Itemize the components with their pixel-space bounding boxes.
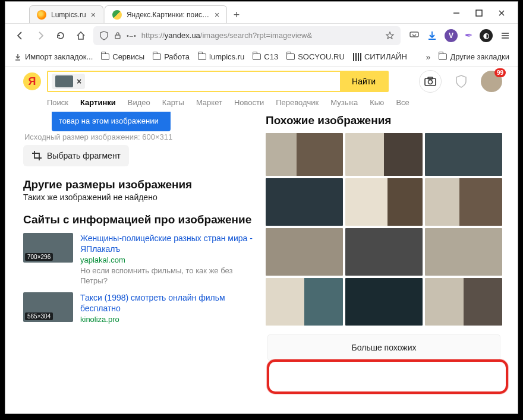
- nav-search[interactable]: Поиск: [47, 98, 68, 107]
- nav-translate[interactable]: Переводчик: [276, 98, 319, 107]
- market-banner[interactable]: товар на этом изображении: [52, 112, 171, 131]
- remove-chip-icon[interactable]: ×: [77, 77, 81, 86]
- extension-v-icon[interactable]: V: [445, 29, 458, 42]
- result-domain: kinoliza.pro: [80, 315, 255, 324]
- similar-image[interactable]: [266, 228, 343, 276]
- extension-dark-icon[interactable]: ◐: [480, 29, 493, 42]
- pocket-icon[interactable]: [409, 30, 420, 41]
- more-row: Больше похожих: [266, 333, 502, 362]
- yandex-nav: Поиск Картинки Видео Карты Маркет Новост…: [5, 96, 518, 112]
- bookmark-folder[interactable]: Сервисы: [101, 52, 144, 61]
- minimize-button[interactable]: [451, 8, 462, 18]
- protect-shield-icon[interactable]: [455, 74, 468, 89]
- crop-button[interactable]: Выбрать фрагмент: [23, 145, 129, 166]
- similar-image[interactable]: [266, 178, 343, 226]
- yandex-search-bar[interactable]: × Найти: [47, 71, 389, 92]
- nav-q[interactable]: Кью: [370, 98, 384, 107]
- results-columns: товар на этом изображении Исходный разме…: [5, 112, 518, 399]
- nav-maps[interactable]: Карты: [162, 98, 184, 107]
- home-button[interactable]: [73, 28, 89, 43]
- download-icon[interactable]: [427, 30, 437, 41]
- similar-image[interactable]: [266, 133, 343, 176]
- yandex-logo[interactable]: Я: [23, 72, 41, 90]
- nav-music[interactable]: Музыка: [330, 98, 358, 107]
- similar-heading: Похожие изображения: [266, 112, 502, 133]
- search-image-thumb: [55, 75, 73, 87]
- similar-image[interactable]: [345, 278, 423, 326]
- nav-video[interactable]: Видео: [128, 98, 150, 107]
- nav-images[interactable]: Картинки: [80, 98, 116, 107]
- result-title[interactable]: Такси (1998) смотреть онлайн фильм беспл…: [80, 292, 255, 314]
- star-icon[interactable]: [385, 31, 395, 40]
- result-desc: Но если вспомнить фильмы, то как же без …: [80, 266, 255, 286]
- tab-yandex-images[interactable]: Яндекс.Картинки: поиск по из ×: [105, 5, 227, 23]
- bookmark-item[interactable]: СИТИЛАЙН: [353, 52, 407, 61]
- result-thumb[interactable]: 700×296: [23, 233, 73, 263]
- tab-title: Lumpics.ru: [51, 11, 86, 19]
- dim-badge: 565×304: [25, 312, 53, 320]
- bookmark-folder[interactable]: lumpics.ru: [198, 52, 244, 61]
- extension-feather-icon[interactable]: ✒: [465, 30, 472, 41]
- bookmark-folder[interactable]: Работа: [153, 52, 190, 61]
- similar-image[interactable]: [425, 228, 502, 276]
- import-bookmarks[interactable]: Импорт закладок...: [14, 52, 93, 61]
- toolbar-right: V ✒ ◐: [405, 29, 511, 42]
- nav-market[interactable]: Маркет: [196, 98, 222, 107]
- result-domain: yaplakal.com: [80, 255, 255, 264]
- folder-icon: [439, 53, 447, 60]
- svg-point-10: [429, 80, 433, 84]
- tab-close-icon[interactable]: ×: [91, 10, 96, 20]
- similar-image[interactable]: [345, 178, 423, 226]
- bookmark-folder[interactable]: C13: [253, 52, 278, 61]
- hamburger-menu-icon[interactable]: [500, 30, 511, 41]
- maximize-button[interactable]: [474, 8, 484, 18]
- folder-icon: [253, 53, 261, 60]
- search-button[interactable]: Найти: [340, 72, 387, 91]
- nav-all[interactable]: Все: [396, 98, 409, 107]
- folder-icon: [286, 53, 295, 60]
- close-button[interactable]: [496, 8, 507, 18]
- yandex-header: Я × Найти 99: [5, 67, 518, 96]
- tab-lumpics[interactable]: Lumpics.ru ×: [29, 5, 103, 23]
- right-column: Похожие изображения: [266, 112, 502, 399]
- other-sizes-notfound: Таких же изображений не найдено: [23, 192, 255, 202]
- svg-rect-4: [115, 35, 120, 39]
- similar-image[interactable]: [345, 133, 423, 176]
- overflow-chevron-icon[interactable]: »: [426, 52, 431, 62]
- camera-icon: [424, 77, 436, 86]
- favicon-yandex: [112, 10, 122, 20]
- more-similar-button[interactable]: Больше похожих: [267, 334, 500, 361]
- new-tab-button[interactable]: +: [228, 7, 245, 23]
- back-button[interactable]: [12, 28, 28, 43]
- permissions-icon[interactable]: •–•: [127, 32, 137, 39]
- url-bar[interactable]: •–• https://yandex.ua/images/search?rpt=…: [93, 26, 401, 45]
- similar-image[interactable]: [425, 178, 502, 226]
- header-extras: 99: [419, 70, 502, 93]
- image-chip: ×: [52, 74, 85, 89]
- titlebar: Lumpics.ru × Яндекс.Картинки: поиск по и…: [5, 2, 518, 23]
- tab-title: Яндекс.Картинки: поиск по из: [127, 11, 210, 19]
- bookmarks-bar: Импорт закладок... Сервисы Работа lumpic…: [5, 47, 518, 67]
- tracking-shield-icon[interactable]: [99, 31, 109, 40]
- similar-image[interactable]: [425, 278, 502, 326]
- window-controls: [451, 2, 518, 18]
- result-thumb[interactable]: 565×304: [23, 292, 73, 322]
- nav-news[interactable]: Новости: [234, 98, 264, 107]
- search-by-image-button[interactable]: [419, 70, 442, 93]
- left-column: товар на этом изображении Исходный разме…: [23, 112, 255, 399]
- tab-strip: Lumpics.ru × Яндекс.Картинки: поиск по и…: [5, 2, 451, 23]
- user-avatar[interactable]: 99: [481, 71, 502, 92]
- similar-image[interactable]: [425, 133, 502, 176]
- tab-close-icon[interactable]: ×: [215, 10, 219, 20]
- lock-icon[interactable]: [114, 31, 122, 40]
- similar-image[interactable]: [266, 278, 343, 326]
- other-bookmarks[interactable]: Другие закладки: [439, 52, 509, 61]
- similar-grid: [266, 133, 502, 326]
- similar-image[interactable]: [345, 228, 423, 276]
- reload-button[interactable]: [53, 28, 68, 43]
- bookmark-folder[interactable]: SOCYOU.RU: [286, 52, 345, 61]
- result-title[interactable]: Женщины-полицейские разных стран мира - …: [80, 233, 255, 254]
- nav-toolbar: •–• https://yandex.ua/images/search?rpt=…: [5, 23, 518, 47]
- bm-label: Импорт закладок...: [25, 52, 93, 61]
- forward-button[interactable]: [33, 28, 48, 43]
